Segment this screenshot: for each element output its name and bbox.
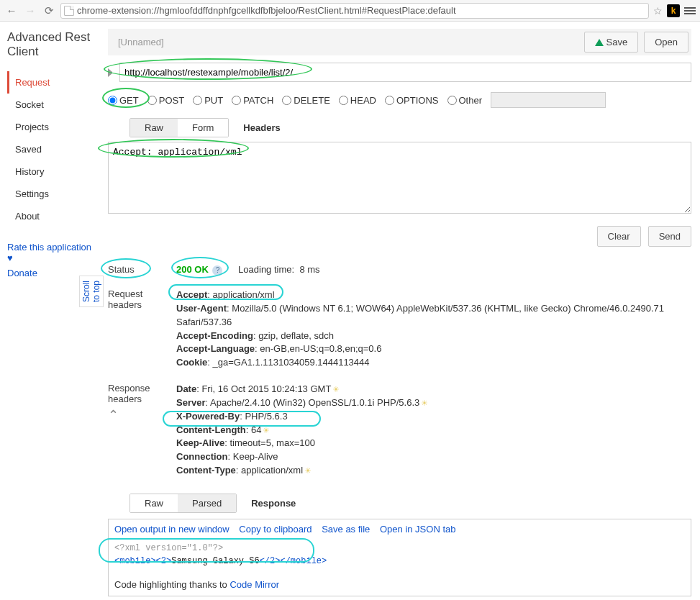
- method-patch[interactable]: PATCH: [232, 95, 273, 106]
- open-output-link[interactable]: Open output in new window: [114, 524, 229, 535]
- hint-icon[interactable]: ☀: [304, 466, 312, 475]
- sidebar-item-settings[interactable]: Settings: [7, 183, 95, 205]
- sidebar-nav: Request Socket Projects Saved History Se…: [7, 71, 95, 227]
- headers-textarea[interactable]: Accept: application/xml: [108, 142, 691, 214]
- response-actions: Open output in new window Copy to clipbo…: [109, 519, 691, 539]
- hint-icon[interactable]: ☀: [421, 399, 428, 407]
- sidebar-item-saved[interactable]: Saved: [7, 138, 95, 160]
- sidebar-item-projects[interactable]: Projects: [7, 116, 95, 138]
- response-body-panel: Open output in new window Copy to clipbo…: [108, 519, 691, 596]
- method-options[interactable]: OPTIONS: [385, 95, 439, 106]
- tab-form[interactable]: Form: [178, 119, 228, 137]
- response-info: Status 200 OK ? Loading time: 8 ms Reque…: [108, 264, 691, 478]
- scroll-to-top[interactable]: Scroll to top: [79, 276, 104, 307]
- forward-icon: →: [23, 4, 37, 18]
- bookmark-star-icon[interactable]: ☆: [653, 5, 663, 17]
- sidebar-item-about[interactable]: About: [7, 205, 95, 227]
- clear-button[interactable]: Clear: [597, 226, 641, 247]
- headers-tabs: Raw Form: [129, 118, 229, 137]
- request-name: [Unnamed]: [118, 37, 164, 47]
- browser-toolbar: ← → ⟳ chrome-extension://hgmloofddffdnph…: [0, 0, 700, 22]
- sidebar-item-request[interactable]: Request: [7, 71, 95, 94]
- reload-icon[interactable]: ⟳: [42, 4, 56, 18]
- headers-label: Headers: [243, 122, 280, 133]
- url-input[interactable]: [119, 63, 691, 82]
- rate-link[interactable]: Rate this application ♥: [7, 242, 95, 263]
- hint-icon[interactable]: ☀: [263, 426, 270, 435]
- page-icon: [64, 6, 74, 16]
- omnibox[interactable]: chrome-extension://hgmloofddffdnphfgcell…: [60, 3, 649, 19]
- help-icon[interactable]: ?: [212, 265, 222, 276]
- request-headers-list: Accept: application/xml User-Agent: Mozi…: [176, 288, 691, 370]
- request-headers-label: Request headers: [108, 288, 176, 370]
- method-post[interactable]: POST: [147, 95, 184, 106]
- response-headers-label: Response headers: [108, 383, 176, 404]
- method-put[interactable]: PUT: [193, 95, 223, 106]
- main-content: [Unnamed] Save Open GET POST PUT PATCH D…: [101, 22, 700, 600]
- method-head[interactable]: HEAD: [339, 95, 376, 106]
- back-icon[interactable]: ←: [4, 4, 19, 18]
- method-other-input[interactable]: [491, 92, 606, 108]
- copy-clipboard-link[interactable]: Copy to clipboard: [239, 524, 312, 535]
- response-label: Response: [251, 498, 296, 509]
- sidebar-item-socket[interactable]: Socket: [7, 94, 95, 116]
- response-body: <?xml version="1.0"?> <mobile><2>Samsung…: [109, 539, 691, 575]
- content-header: [Unnamed] Save Open: [108, 29, 691, 55]
- status-label: Status: [108, 264, 176, 276]
- tab-resp-parsed[interactable]: Parsed: [178, 494, 236, 512]
- save-file-link[interactable]: Save as file: [322, 524, 370, 535]
- open-json-link[interactable]: Open in JSON tab: [380, 524, 456, 535]
- tab-resp-raw[interactable]: Raw: [130, 494, 178, 512]
- open-button[interactable]: Open: [644, 32, 688, 53]
- save-button[interactable]: Save: [584, 32, 639, 53]
- app-title: Advanced Rest Client: [7, 30, 95, 58]
- omnibox-text: chrome-extension://hgmloofddffdnphfgcell…: [77, 5, 456, 16]
- hamburger-icon[interactable]: [684, 7, 696, 14]
- collapse-icon[interactable]: ⌃: [108, 407, 119, 423]
- expand-url-icon[interactable]: [108, 68, 117, 77]
- http-method-row: GET POST PUT PATCH DELETE HEAD OPTIONS O…: [108, 92, 691, 108]
- hint-icon[interactable]: ☀: [332, 385, 340, 394]
- tab-raw[interactable]: Raw: [130, 119, 178, 137]
- method-delete[interactable]: DELETE: [282, 95, 330, 106]
- google-drive-icon: [595, 39, 604, 46]
- method-get[interactable]: GET: [108, 95, 139, 106]
- sidebar-item-history[interactable]: History: [7, 160, 95, 183]
- code-mirror-link[interactable]: Code Mirror: [229, 579, 279, 590]
- response-tabs: Raw Parsed: [129, 494, 237, 513]
- send-button[interactable]: Send: [648, 226, 691, 247]
- extension-icon[interactable]: k: [667, 4, 680, 17]
- response-headers-list: Date: Fri, 16 Oct 2015 10:24:13 GMT☀ Ser…: [176, 383, 691, 478]
- sidebar: Advanced Rest Client Request Socket Proj…: [0, 22, 101, 600]
- method-other[interactable]: Other: [447, 95, 483, 106]
- credit-text: Code highlighting thanks to: [114, 579, 229, 590]
